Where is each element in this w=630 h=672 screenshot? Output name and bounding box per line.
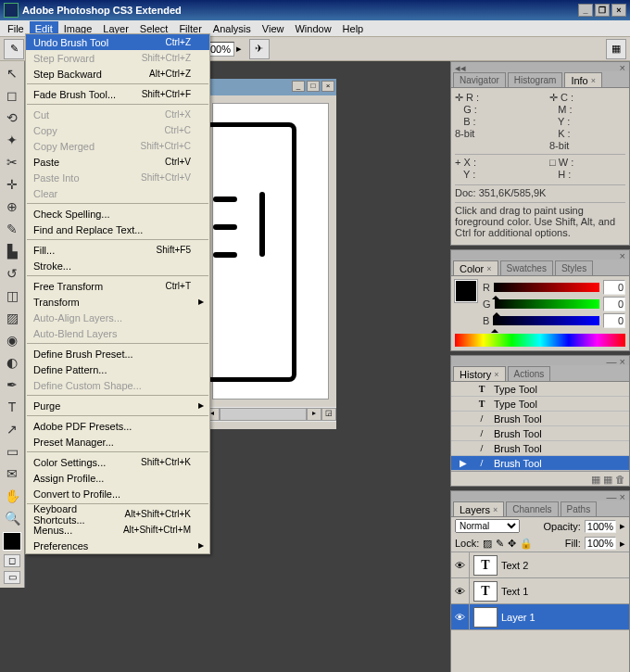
flow-flyout[interactable]: ▸ <box>236 43 242 55</box>
lock-transparent[interactable]: ▨ <box>483 538 492 550</box>
layer-row[interactable]: 👁TText 2 <box>451 552 629 578</box>
r-slider[interactable] <box>494 283 599 292</box>
stamp-tool[interactable]: ▙ <box>2 240 23 261</box>
minimize-button[interactable]: _ <box>578 4 593 17</box>
menu-item[interactable]: Preset Manager... <box>26 434 209 450</box>
history-state[interactable]: TType Tool <box>451 382 629 397</box>
tab-actions[interactable]: Actions <box>508 366 551 381</box>
brush-tool[interactable]: ✎ <box>2 218 23 239</box>
layer-opacity[interactable]: 100% <box>585 520 616 533</box>
lock-pixels[interactable]: ✎ <box>496 538 504 550</box>
tab-channels[interactable]: Channels <box>506 501 558 516</box>
foreground-color[interactable] <box>3 532 21 551</box>
h-scrollbar[interactable]: ◂▸◲ <box>205 407 336 422</box>
path-tool[interactable]: ↗ <box>2 418 23 439</box>
visibility-icon[interactable]: 👁 <box>451 578 470 603</box>
menu-item[interactable]: Fill...Shift+F5 <box>26 242 209 258</box>
history-state[interactable]: /Brush Tool <box>451 412 629 426</box>
shape-tool[interactable]: ▭ <box>2 440 23 462</box>
menu-item[interactable]: Undo Brush ToolCtrl+Z <box>26 34 209 50</box>
restore-button[interactable]: ❐ <box>595 4 610 17</box>
menu-item[interactable]: Stroke... <box>26 258 209 273</box>
menu-item[interactable]: Fade Brush Tool...Shift+Ctrl+F <box>26 86 209 102</box>
menu-help[interactable]: Help <box>337 21 370 36</box>
airbrush-icon[interactable]: ✈ <box>249 39 270 59</box>
b-value[interactable]: 0 <box>603 313 625 328</box>
menu-view[interactable]: View <box>257 21 290 36</box>
g-value[interactable]: 0 <box>603 297 625 311</box>
hand-tool[interactable]: ✋ <box>2 485 23 506</box>
quick-mask[interactable]: ◻ <box>4 554 20 567</box>
eraser-tool[interactable]: ◫ <box>2 285 23 306</box>
healing-tool[interactable]: ⊕ <box>2 196 23 217</box>
tab-history[interactable]: History× <box>453 366 506 381</box>
tab-swatches[interactable]: Swatches <box>500 260 553 275</box>
menu-item[interactable]: Step BackwardAlt+Ctrl+Z <box>26 66 209 82</box>
menu-item[interactable]: Preferences▶ <box>26 538 209 553</box>
screen-mode[interactable]: ▭ <box>4 571 20 584</box>
layer-row[interactable]: 👁Layer 1 <box>451 604 629 630</box>
layer-list: 👁TText 2👁TText 1👁Layer 1 <box>451 552 629 630</box>
canvas[interactable] <box>212 103 329 399</box>
g-slider[interactable] <box>495 299 599 309</box>
menu-item[interactable]: Color Settings...Shift+Ctrl+K <box>26 454 209 470</box>
menu-item[interactable]: Find and Replace Text... <box>26 222 209 237</box>
marquee-tool[interactable]: ◻ <box>2 84 23 106</box>
blur-tool[interactable]: ◉ <box>2 329 23 350</box>
tab-histogram[interactable]: Histogram <box>508 72 563 87</box>
crop-tool[interactable]: ✂ <box>2 151 23 172</box>
tab-styles[interactable]: Styles <box>555 260 593 275</box>
lasso-tool[interactable]: ⟲ <box>2 107 23 128</box>
menu-item[interactable]: Define Pattern... <box>26 361 209 377</box>
layer-row[interactable]: 👁TText 1 <box>451 578 629 604</box>
visibility-icon[interactable]: 👁 <box>451 552 470 577</box>
history-state[interactable]: ▶ /Brush Tool <box>451 456 629 471</box>
gradient-tool[interactable]: ▨ <box>2 307 23 328</box>
dodge-tool[interactable]: ◐ <box>2 351 23 373</box>
type-tool[interactable]: T <box>2 396 23 417</box>
eyedropper-tool[interactable]: ✛ <box>2 173 23 195</box>
move-tool[interactable]: ↖ <box>2 62 23 83</box>
color-swatch[interactable] <box>455 280 477 302</box>
menu-item[interactable]: Convert to Profile... <box>26 486 209 501</box>
lock-all[interactable]: 🔒 <box>520 538 533 550</box>
r-value[interactable]: 0 <box>603 280 625 295</box>
history-state[interactable]: TType Tool <box>451 397 629 412</box>
menu-item[interactable]: PasteCtrl+V <box>26 154 209 170</box>
lock-position[interactable]: ✥ <box>508 538 516 550</box>
menu-item[interactable]: Free TransformCtrl+T <box>26 278 209 294</box>
menu-item[interactable]: Adobe PDF Presets... <box>26 418 209 434</box>
close-button[interactable]: × <box>611 4 626 17</box>
menu-item[interactable]: Assign Profile... <box>26 470 209 486</box>
doc-maximize[interactable]: □ <box>307 81 320 92</box>
visibility-icon[interactable]: 👁 <box>451 604 470 629</box>
notes-tool[interactable]: ✉ <box>2 463 23 484</box>
menu-item[interactable]: Check Spelling... <box>26 206 209 222</box>
menu-item[interactable]: Menus...Alt+Shift+Ctrl+M <box>26 522 209 538</box>
history-brush-tool[interactable]: ↺ <box>2 262 23 284</box>
menu-item[interactable]: Transform▶ <box>26 294 209 310</box>
menu-item[interactable]: Keyboard Shortcuts...Alt+Shift+Ctrl+K <box>26 506 209 522</box>
layer-fill[interactable]: 100% <box>585 537 616 550</box>
menu-analysis[interactable]: Analysis <box>208 21 257 36</box>
menu-item[interactable]: Purge▶ <box>26 398 209 413</box>
doc-minimize[interactable]: _ <box>292 81 305 92</box>
zoom-tool[interactable]: 🔍 <box>2 507 23 528</box>
menu-item[interactable]: Define Brush Preset... <box>26 346 209 361</box>
pen-tool[interactable]: ✒ <box>2 374 23 395</box>
brush-preset-icon[interactable]: ✎ <box>4 39 24 59</box>
tab-layers[interactable]: Layers× <box>453 501 504 516</box>
history-state[interactable]: /Brush Tool <box>451 441 629 456</box>
doc-close[interactable]: × <box>321 81 334 92</box>
tab-navigator[interactable]: Navigator <box>453 72 506 87</box>
blend-mode[interactable]: Normal <box>455 519 520 533</box>
menu-window[interactable]: Window <box>289 21 336 36</box>
palette-well-icon[interactable]: ▦ <box>606 39 626 59</box>
history-state[interactable]: /Brush Tool <box>451 426 629 441</box>
b-slider[interactable] <box>493 316 599 325</box>
tab-color[interactable]: Color× <box>453 260 498 275</box>
color-ramp[interactable] <box>455 334 625 347</box>
tab-info[interactable]: Info× <box>564 72 602 87</box>
wand-tool[interactable]: ✦ <box>2 129 23 150</box>
tab-paths[interactable]: Paths <box>561 501 598 516</box>
